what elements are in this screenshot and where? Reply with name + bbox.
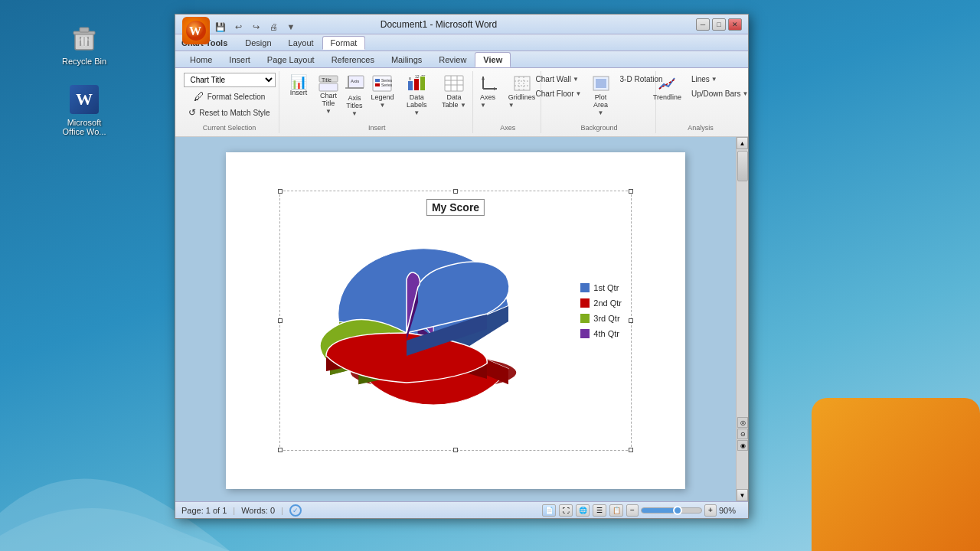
svg-text:Title: Title xyxy=(322,77,332,83)
web-layout-btn[interactable]: 🌐 xyxy=(576,504,590,517)
outline-btn[interactable]: ☰ xyxy=(593,504,606,517)
axes-label: Axes ▼ xyxy=(480,93,498,109)
tab-format[interactable]: Format xyxy=(322,36,366,50)
lines-btn[interactable]: Lines ▼ xyxy=(688,73,752,86)
chart-tools-bar: Chart Tools Design Layout Format xyxy=(175,34,748,51)
check-icon: ✓ xyxy=(289,504,302,517)
window-controls: ─ □ ✕ xyxy=(696,18,742,31)
current-selection-group: Chart Title 🖊 Format Selection ↺ Reset t… xyxy=(180,71,279,133)
svg-text:8: 8 xyxy=(409,77,411,81)
minimize-btn[interactable]: ─ xyxy=(696,18,710,31)
full-screen-btn[interactable]: ⛶ xyxy=(559,504,573,517)
zoom-out-btn[interactable]: − xyxy=(626,504,639,517)
tab-home[interactable]: Home xyxy=(181,52,220,67)
word-icon[interactable]: W Microsoft Office Wo... xyxy=(57,84,111,136)
handle-top-left xyxy=(278,189,283,194)
office-button[interactable]: W xyxy=(182,17,210,44)
tab-design[interactable]: Design xyxy=(237,36,279,50)
tab-page-layout[interactable]: Page Layout xyxy=(259,52,323,67)
scroll-down-btn[interactable]: ▼ xyxy=(737,489,748,501)
analysis-group-label: Analysis xyxy=(688,124,714,132)
chart-container[interactable]: My Score xyxy=(279,191,632,451)
ribbon-tabs: Home Insert Page Layout References Maili… xyxy=(175,51,748,68)
quick-access-toolbar: 💾 ↩ ↪ 🖨 ▼ xyxy=(213,20,299,34)
zoom-handle[interactable] xyxy=(673,506,682,515)
chart-wall-label: Chart Wall xyxy=(536,75,571,83)
handle-top-center xyxy=(453,189,458,194)
vertical-scrollbar[interactable]: ▲ ◎ ⊙ ◉ ▼ xyxy=(736,137,748,501)
svg-text:W: W xyxy=(189,24,201,37)
word-image: W xyxy=(69,84,100,115)
data-labels-btn[interactable]: 8 12 18 Data Labels ▼ xyxy=(399,73,434,119)
customize-quick-btn[interactable]: ▼ xyxy=(283,20,299,34)
restore-btn[interactable]: □ xyxy=(712,18,726,31)
data-labels-icon: 8 12 18 xyxy=(407,75,426,93)
legend-btn[interactable]: Series1 Series2 Legend ▼ xyxy=(369,73,396,111)
tab-view[interactable]: View xyxy=(475,52,511,67)
tab-review[interactable]: Review xyxy=(430,52,475,67)
zoom-fill xyxy=(642,508,678,513)
svg-text:Series2: Series2 xyxy=(381,83,392,87)
tab-layout[interactable]: Layout xyxy=(280,36,322,50)
up-down-bars-btn[interactable]: Up/Down Bars ▼ xyxy=(688,87,752,100)
plot-area-icon xyxy=(592,75,610,93)
legend-color-1st xyxy=(580,283,590,292)
redo-quick-btn[interactable]: ↪ xyxy=(248,20,263,34)
recycle-bin-label: Recycle Bin xyxy=(62,57,106,66)
chart-title-btn[interactable]: Title ChartTitle ▼ xyxy=(317,73,340,117)
handle-mid-left xyxy=(278,318,283,323)
scroll-extra-2[interactable]: ⊙ xyxy=(737,429,748,439)
chart-title-label: ChartTitle ▼ xyxy=(320,92,337,115)
svg-rect-33 xyxy=(514,77,530,90)
tab-insert[interactable]: Insert xyxy=(220,52,259,67)
chart-element-selector[interactable]: Chart Title xyxy=(184,73,276,87)
svg-rect-22 xyxy=(420,77,425,90)
reset-to-match-btn[interactable]: ↺ Reset to Match Style xyxy=(185,106,273,119)
data-table-btn[interactable]: Data Table ▼ xyxy=(437,73,470,111)
trendline-label: Trendline xyxy=(653,93,681,101)
axis-titles-btn[interactable]: Axis AxisTitles ▼ xyxy=(343,73,366,119)
svg-text:18: 18 xyxy=(421,75,426,77)
draft-btn[interactable]: 📋 xyxy=(609,504,623,517)
zoom-slider[interactable] xyxy=(641,507,702,514)
chart-floor-btn[interactable]: Chart Floor ▼ xyxy=(532,87,586,100)
scroll-extra-1[interactable]: ◎ xyxy=(737,417,748,428)
recycle-bin-icon[interactable]: Recycle Bin xyxy=(57,23,111,66)
save-quick-btn[interactable]: 💾 xyxy=(213,20,228,34)
zoom-in-btn[interactable]: + xyxy=(704,504,717,517)
print-layout-btn[interactable]: 📄 xyxy=(542,504,556,517)
legend-color-2nd xyxy=(580,298,590,308)
axis-titles-label: AxisTitles ▼ xyxy=(346,94,362,117)
undo-quick-btn[interactable]: ↩ xyxy=(230,20,246,34)
chart-floor-label: Chart Floor xyxy=(536,90,574,98)
page-info: Page: 1 of 1 xyxy=(181,506,227,515)
document-area: My Score xyxy=(175,137,748,501)
handle-bottom-center xyxy=(453,448,458,452)
handle-top-right xyxy=(629,189,633,194)
insert-group: 📊 Insert Title ChartTitle ▼ xyxy=(281,71,473,133)
scroll-up-btn[interactable]: ▲ xyxy=(737,137,748,149)
legend-label-2nd: 2nd Qtr xyxy=(593,298,622,308)
tab-mailings[interactable]: Mailings xyxy=(383,52,430,67)
analysis-row: Trendline Lines ▼ Up/Down Bars ▼ xyxy=(649,73,753,103)
legend-icon: Series1 Series2 xyxy=(372,75,392,93)
format-selection-btn[interactable]: 🖊 Format Selection xyxy=(190,89,270,104)
tab-references[interactable]: References xyxy=(323,52,383,67)
print-quick-btn[interactable]: 🖨 xyxy=(266,20,281,34)
scroll-track: ◎ ⊙ ◉ xyxy=(737,149,748,489)
close-btn[interactable]: ✕ xyxy=(728,18,742,31)
analysis-col2: Lines ▼ Up/Down Bars ▼ xyxy=(688,73,752,100)
legend-label-3rd: 3rd Qtr xyxy=(593,314,619,323)
gridlines-icon xyxy=(513,75,531,93)
scroll-thumb[interactable] xyxy=(737,151,748,181)
handle-bottom-left xyxy=(278,448,283,452)
chart-title[interactable]: My Score xyxy=(426,199,485,216)
background-label-visible: Background xyxy=(581,124,618,132)
insert-btn[interactable]: 📊 Insert xyxy=(283,73,314,99)
chart-wall-btn[interactable]: Chart Wall ▼ xyxy=(532,73,586,86)
axes-btn[interactable]: Axes ▼ xyxy=(476,73,502,111)
plot-area-btn[interactable]: PlotArea ▼ xyxy=(588,73,614,119)
scroll-extra-3[interactable]: ◉ xyxy=(737,440,748,451)
legend-item-2: 2nd Qtr xyxy=(580,298,622,308)
trendline-btn[interactable]: Trendline xyxy=(649,73,685,103)
